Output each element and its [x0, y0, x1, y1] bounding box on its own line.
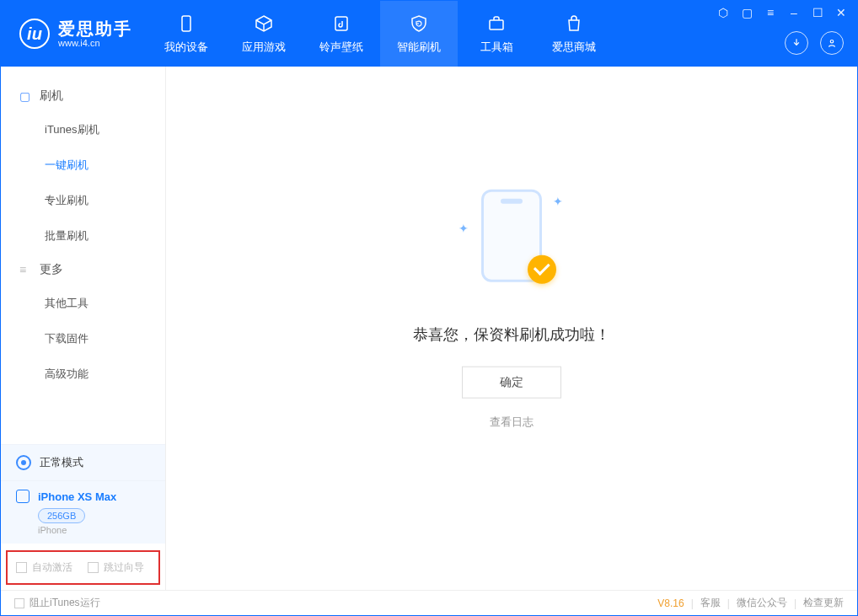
checkbox-auto-activate[interactable]: 自动激活 — [16, 560, 72, 575]
svg-rect-0 — [182, 16, 190, 31]
sparkle-icon: ✦ — [553, 194, 563, 207]
header-actions — [785, 31, 844, 55]
wechat-link[interactable]: 微信公众号 — [737, 596, 787, 610]
main-content: ✦ ✦ 恭喜您，保资料刷机成功啦！ 确定 查看日志 — [166, 67, 857, 590]
list-icon: ≡ — [19, 263, 31, 276]
header: iu 爱思助手 www.i4.cn 我的设备 应用游戏 铃声壁纸 智能刷机 工具… — [1, 1, 857, 67]
main-tabs: 我的设备 应用游戏 铃声壁纸 智能刷机 工具箱 爱思商城 — [147, 1, 613, 67]
sidebar-item-batch-flash[interactable]: 批量刷机 — [1, 218, 165, 254]
phone-small-icon: ▢ — [19, 89, 31, 103]
support-link[interactable]: 客服 — [700, 596, 721, 610]
svg-point-3 — [830, 40, 834, 44]
group-label: 刷机 — [40, 88, 63, 104]
tab-label: 爱思商城 — [552, 40, 596, 55]
sidebar-item-pro-flash[interactable]: 专业刷机 — [1, 183, 165, 218]
device-phone-icon — [16, 490, 29, 503]
checkbox-skip-guide[interactable]: 跳过向导 — [88, 560, 144, 575]
tab-label: 工具箱 — [480, 40, 513, 55]
sidebar-group-flash: ▢ 刷机 — [1, 80, 165, 112]
app-title: 爱思助手 — [58, 19, 132, 38]
mode-dot-icon — [16, 455, 31, 470]
version-label: V8.16 — [657, 597, 684, 609]
update-link[interactable]: 检查更新 — [803, 596, 844, 610]
flash-options-highlight: 自动激活 跳过向导 — [6, 550, 160, 585]
menu-icon[interactable]: ≡ — [763, 6, 778, 19]
maximize-icon[interactable]: ☐ — [810, 6, 825, 19]
mode-indicator[interactable]: 正常模式 — [1, 444, 165, 481]
tab-label: 应用游戏 — [242, 40, 286, 55]
device-storage: 256GB — [38, 508, 85, 523]
sidebar-group-more: ≡ 更多 — [1, 254, 165, 286]
sidebar: ▢ 刷机 iTunes刷机 一键刷机 专业刷机 批量刷机 ≡ 更多 其他工具 下… — [1, 67, 166, 590]
tab-store[interactable]: 爱思商城 — [535, 1, 613, 67]
shield-refresh-icon — [408, 13, 430, 35]
tab-label: 我的设备 — [164, 40, 208, 55]
window-controls: ⬡ ▢ ≡ – ☐ ✕ — [716, 6, 849, 19]
device-name: iPhone XS Max — [38, 490, 116, 503]
tab-toolbox[interactable]: 工具箱 — [458, 1, 535, 67]
checkbox-label: 阻止iTunes运行 — [29, 596, 100, 610]
bag-icon — [563, 13, 585, 35]
ok-button[interactable]: 确定 — [462, 366, 561, 398]
footer: 阻止iTunes运行 V8.16 | 客服 | 微信公众号 | 检查更新 — [1, 590, 857, 615]
flash-result: ✦ ✦ 恭喜您，保资料刷机成功啦！ 确定 查看日志 — [343, 189, 680, 429]
sidebar-item-advanced[interactable]: 高级功能 — [1, 356, 165, 392]
shirt-icon[interactable]: ⬡ — [716, 6, 731, 19]
download-button[interactable] — [785, 31, 808, 55]
sidebar-item-firmware[interactable]: 下载固件 — [1, 321, 165, 356]
briefcase-icon — [485, 13, 507, 35]
logo: iu 爱思助手 www.i4.cn — [1, 19, 147, 49]
tab-my-device[interactable]: 我的设备 — [147, 1, 225, 67]
music-icon — [330, 13, 352, 35]
device-type: iPhone — [38, 525, 150, 535]
note-icon[interactable]: ▢ — [739, 6, 754, 19]
sidebar-item-itunes-flash[interactable]: iTunes刷机 — [1, 112, 165, 147]
device-panel[interactable]: iPhone XS Max 256GB iPhone — [1, 481, 165, 544]
tab-flash[interactable]: 智能刷机 — [380, 1, 458, 67]
user-button[interactable] — [820, 31, 844, 55]
view-log-link[interactable]: 查看日志 — [490, 415, 534, 427]
sidebar-item-oneclick-flash[interactable]: 一键刷机 — [1, 147, 165, 183]
tab-label: 智能刷机 — [397, 40, 441, 55]
sparkle-icon: ✦ — [458, 221, 469, 234]
app-logo-icon: iu — [19, 19, 50, 49]
tab-label: 铃声壁纸 — [319, 40, 363, 55]
svg-rect-1 — [335, 17, 347, 30]
close-icon[interactable]: ✕ — [834, 6, 849, 19]
mode-label: 正常模式 — [40, 455, 83, 470]
cube-icon — [253, 13, 275, 35]
app-subtitle: www.i4.cn — [58, 38, 132, 48]
sidebar-item-other-tools[interactable]: 其他工具 — [1, 286, 165, 321]
tab-ringtone[interactable]: 铃声壁纸 — [303, 1, 380, 67]
result-message: 恭喜您，保资料刷机成功啦！ — [343, 324, 680, 344]
success-illustration: ✦ ✦ — [465, 189, 558, 298]
checkbox-label: 跳过向导 — [104, 560, 144, 575]
svg-rect-2 — [490, 20, 503, 29]
tab-apps[interactable]: 应用游戏 — [225, 1, 303, 67]
checkbox-block-itunes[interactable]: 阻止iTunes运行 — [14, 596, 100, 610]
success-check-icon — [528, 254, 556, 283]
checkbox-label: 自动激活 — [32, 560, 72, 575]
phone-icon — [175, 13, 197, 35]
minimize-icon[interactable]: – — [786, 6, 802, 19]
group-label: 更多 — [40, 262, 63, 277]
